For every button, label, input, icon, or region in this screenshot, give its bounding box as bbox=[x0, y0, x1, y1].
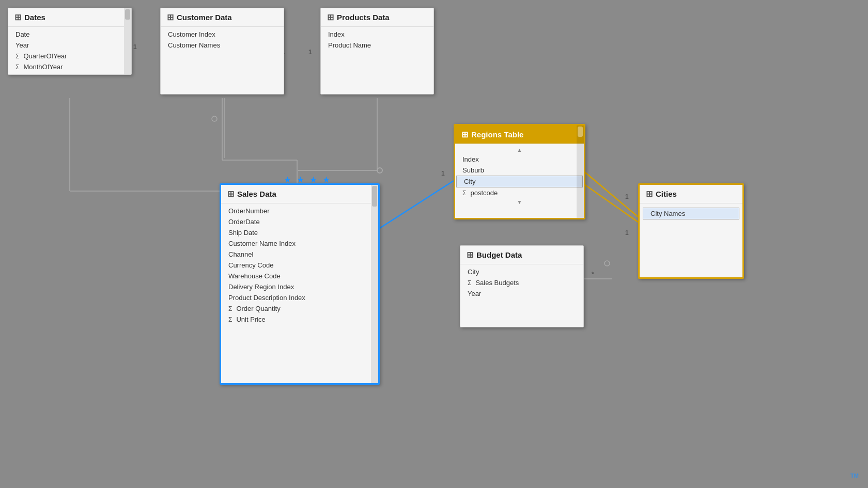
regions-title: Regions Table bbox=[471, 130, 523, 139]
sigma-icon: Σ bbox=[16, 53, 19, 60]
delivery-region-index-label: Delivery Region Index bbox=[228, 283, 294, 291]
regions-index-label: Index bbox=[462, 155, 479, 163]
svg-point-11 bbox=[212, 116, 217, 121]
regions-postcode-row: Σ postcode bbox=[455, 187, 584, 198]
regions-city-label: City bbox=[464, 178, 475, 185]
svg-text:*: * bbox=[592, 271, 594, 278]
order-quantity-label: Order Quantity bbox=[236, 305, 280, 312]
order-quantity-row: Σ Order Quantity bbox=[221, 303, 378, 314]
cities-table: ⊞ Cities City Names bbox=[638, 183, 744, 279]
customer-index-label: Customer Index bbox=[168, 30, 215, 38]
orderdate-row: OrderDate bbox=[221, 216, 378, 227]
dates-header: ⊞ Dates bbox=[8, 8, 131, 27]
budget-data-header: ⊞ Budget Data bbox=[460, 246, 583, 264]
products-name-row: Product Name bbox=[321, 40, 433, 51]
sigma-icon: Σ bbox=[228, 305, 232, 312]
regions-city-row: City bbox=[456, 176, 583, 187]
budget-data-body: City Σ Sales Budgets Year bbox=[460, 264, 583, 301]
regions-body: ▲ Index Suburb City Σ postcode ▼ bbox=[455, 144, 584, 208]
dates-quarterofyear-label: QuarterOfYear bbox=[23, 52, 67, 60]
warehouse-code-label: Warehouse Code bbox=[228, 272, 281, 280]
customer-names-row: Customer Names bbox=[161, 40, 284, 51]
products-data-title: Products Data bbox=[337, 13, 390, 22]
budget-data-title: Budget Data bbox=[476, 250, 522, 259]
svg-point-20 bbox=[605, 261, 610, 266]
regions-index-row: Index bbox=[455, 154, 584, 165]
dates-body: Date Year Σ QuarterOfYear Σ MonthOfYear bbox=[8, 27, 131, 74]
svg-text:1: 1 bbox=[441, 170, 445, 177]
customer-names-label: Customer Names bbox=[168, 41, 220, 49]
stars-label: ★ ★ ★ ★ bbox=[284, 176, 332, 184]
warehouse-code-row: Warehouse Code bbox=[221, 271, 378, 281]
svg-text:1: 1 bbox=[308, 49, 312, 56]
ordernumber-row: OrderNumber bbox=[221, 206, 378, 216]
shipdate-label: Ship Date bbox=[228, 229, 258, 237]
products-data-header: ⊞ Products Data bbox=[321, 8, 433, 27]
product-description-index-row: Product Description Index bbox=[221, 292, 378, 303]
customer-data-table: ⊞ Customer Data Customer Index Customer … bbox=[160, 8, 284, 95]
dates-date-label: Date bbox=[16, 30, 29, 38]
sales-data-body: OrderNumber OrderDate Ship Date Customer… bbox=[221, 203, 378, 327]
products-index-label: Index bbox=[328, 30, 345, 38]
customer-name-index-row: Customer Name Index bbox=[221, 238, 378, 249]
svg-line-16 bbox=[583, 183, 638, 222]
delivery-region-index-row: Delivery Region Index bbox=[221, 281, 378, 292]
regions-postcode-label: postcode bbox=[470, 189, 498, 197]
unit-price-row: Σ Unit Price bbox=[221, 314, 378, 325]
sigma-icon: Σ bbox=[462, 190, 466, 197]
dates-row-quarterofyear: Σ QuarterOfYear bbox=[8, 51, 131, 61]
budget-city-row: City bbox=[460, 266, 583, 277]
customer-data-header: ⊞ Customer Data bbox=[161, 8, 284, 27]
customer-index-row: Customer Index bbox=[161, 29, 284, 40]
svg-text:1: 1 bbox=[625, 229, 629, 237]
dates-row-year: Year bbox=[8, 40, 131, 51]
cities-body: City Names bbox=[640, 203, 742, 224]
regions-suburb-row: Suburb bbox=[455, 165, 584, 176]
products-data-table: ⊞ Products Data Index Product Name bbox=[320, 8, 434, 95]
channel-row: Channel bbox=[221, 249, 378, 260]
budget-year-row: Year bbox=[460, 288, 583, 299]
dates-row-date: Date bbox=[8, 29, 131, 40]
svg-line-13 bbox=[377, 181, 454, 230]
dates-row-monthofyear: Σ MonthOfYear bbox=[8, 61, 131, 72]
cities-title: Cities bbox=[656, 190, 677, 198]
dates-title: Dates bbox=[24, 13, 45, 22]
channel-label: Channel bbox=[228, 250, 253, 258]
sigma-icon: Σ bbox=[228, 316, 232, 323]
orderdate-label: OrderDate bbox=[228, 218, 260, 226]
svg-text:1: 1 bbox=[133, 43, 137, 51]
shipdate-row: Ship Date bbox=[221, 227, 378, 238]
sales-data-table: ⊞ Sales Data OrderNumber OrderDate Ship … bbox=[220, 183, 380, 385]
sigma-icon: Σ bbox=[468, 279, 471, 287]
products-name-label: Product Name bbox=[328, 41, 371, 49]
regions-table: ⊞ Regions Table ▲ Index Suburb City Σ po… bbox=[454, 124, 585, 219]
regions-suburb-label: Suburb bbox=[462, 166, 484, 174]
svg-point-12 bbox=[377, 168, 382, 173]
products-data-body: Index Product Name bbox=[321, 27, 433, 53]
sales-data-header: ⊞ Sales Data bbox=[221, 185, 378, 203]
dates-year-label: Year bbox=[16, 41, 29, 49]
scroll-down[interactable]: ▼ bbox=[455, 198, 584, 206]
customer-data-body: Customer Index Customer Names bbox=[161, 27, 284, 53]
cities-header: ⊞ Cities bbox=[640, 185, 742, 203]
sales-budgets-label: Sales Budgets bbox=[475, 279, 519, 287]
dates-table: ⊞ Dates Date Year Σ QuarterOfYear Σ Mont… bbox=[8, 8, 132, 75]
customer-data-title: Customer Data bbox=[177, 13, 232, 22]
svg-line-15 bbox=[583, 170, 638, 217]
budget-city-label: City bbox=[468, 268, 479, 276]
scroll-up[interactable]: ▲ bbox=[455, 146, 584, 154]
product-description-index-label: Product Description Index bbox=[228, 294, 305, 302]
products-index-row: Index bbox=[321, 29, 433, 40]
dates-monthofyear-label: MonthOfYear bbox=[23, 63, 63, 71]
ordernumber-label: OrderNumber bbox=[228, 207, 269, 215]
budget-year-label: Year bbox=[468, 290, 481, 297]
regions-header: ⊞ Regions Table bbox=[455, 125, 584, 144]
svg-text:1: 1 bbox=[625, 193, 629, 200]
customer-name-index-label: Customer Name Index bbox=[228, 240, 296, 247]
sales-data-title: Sales Data bbox=[237, 190, 276, 198]
watermark: TM bbox=[850, 473, 859, 479]
sales-budgets-row: Σ Sales Budgets bbox=[460, 277, 583, 288]
city-names-label: City Names bbox=[650, 210, 685, 217]
currency-code-label: Currency Code bbox=[228, 261, 273, 269]
budget-data-table: ⊞ Budget Data City Σ Sales Budgets Year bbox=[460, 245, 584, 327]
